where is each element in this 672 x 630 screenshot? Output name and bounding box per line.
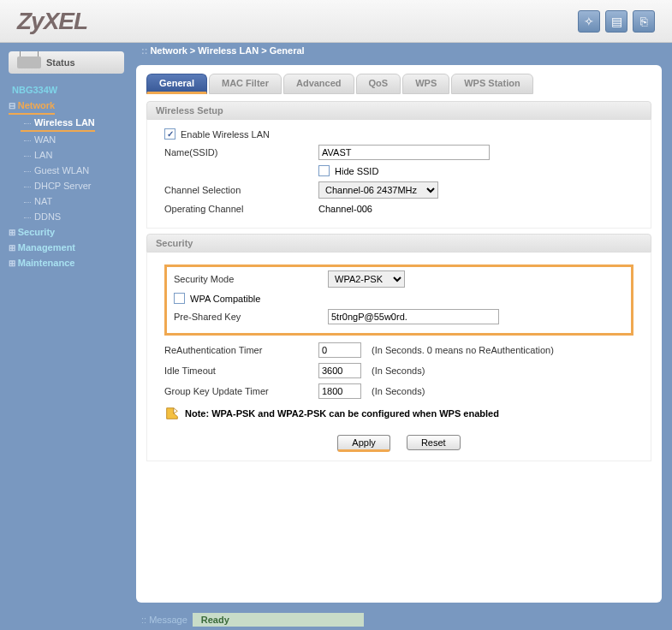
tab-wps[interactable]: WPS xyxy=(402,74,449,94)
enable-wlan-label: Enable Wireless LAN xyxy=(181,129,270,140)
section-security-header: Security xyxy=(146,234,651,253)
logout-icon[interactable]: ⎘ xyxy=(633,10,655,33)
sidebar-item-ddns[interactable]: DDNS xyxy=(21,209,124,224)
tab-mac-filter[interactable]: MAC Filter xyxy=(209,74,282,94)
note-icon xyxy=(164,406,180,421)
sidebar-section-management[interactable]: Management xyxy=(9,240,124,255)
security-mode-select[interactable]: WPA2-PSK xyxy=(328,270,405,288)
header-icons: ✧ ▤ ⎘ xyxy=(578,10,655,33)
status-label: Status xyxy=(46,57,75,68)
footer-label: Message xyxy=(141,615,187,625)
router-icon xyxy=(17,56,41,68)
sidebar-item-wireless-lan[interactable]: Wireless LAN xyxy=(21,115,95,132)
header: ZyXEL ✧ ▤ ⎘ xyxy=(0,0,672,43)
wpa-compat-label: WPA Compatible xyxy=(190,294,260,304)
idle-hint: (In Seconds) xyxy=(372,366,425,376)
doc-icon[interactable]: ▤ xyxy=(605,10,627,33)
hide-ssid-checkbox[interactable] xyxy=(318,165,330,176)
breadcrumb: Network > Wireless LAN > General xyxy=(133,43,672,58)
tab-wps-station[interactable]: WPS Station xyxy=(451,74,532,94)
sidebar-item-guest-wlan[interactable]: Guest WLAN xyxy=(21,163,124,178)
sidebar-section-network[interactable]: Network xyxy=(9,98,55,115)
psk-label: Pre-Shared Key xyxy=(174,312,328,322)
footer: Message Ready xyxy=(133,609,672,630)
footer-message: Ready xyxy=(193,613,364,627)
status-box[interactable]: Status xyxy=(9,51,124,74)
sidebar-device[interactable]: NBG334W xyxy=(9,82,124,98)
section-wireless-setup-body: Enable Wireless LAN Name(SSID) Hide SSID xyxy=(146,120,651,229)
apply-button[interactable]: Apply xyxy=(337,435,390,452)
tab-general[interactable]: General xyxy=(146,74,207,94)
main: Network > Wireless LAN > General General… xyxy=(133,43,672,630)
note-row: Note: WPA-PSK and WPA2-PSK can be config… xyxy=(164,406,633,421)
sidebar-item-dhcp[interactable]: DHCP Server xyxy=(21,178,124,193)
reauth-label: ReAuthentication Timer xyxy=(164,345,318,355)
ssid-input[interactable] xyxy=(318,145,490,160)
hide-ssid-label: Hide SSID xyxy=(335,166,378,176)
section-wireless-setup-header: Wireless Setup xyxy=(146,101,651,120)
reauth-hint: (In Seconds. 0 means no ReAuthentication… xyxy=(372,345,554,355)
tab-qos[interactable]: QoS xyxy=(356,74,401,94)
reauth-input[interactable] xyxy=(318,342,361,358)
wizard-icon[interactable]: ✧ xyxy=(578,10,600,33)
groupkey-input[interactable] xyxy=(318,383,361,399)
channel-select[interactable]: Channel-06 2437MHz xyxy=(318,181,438,199)
tabs: General MAC Filter Advanced QoS WPS WPS … xyxy=(146,74,651,94)
sidebar: Status NBG334W Network Wireless LAN WAN … xyxy=(0,43,133,630)
security-mode-label: Security Mode xyxy=(174,274,328,284)
tab-advanced[interactable]: Advanced xyxy=(283,74,354,94)
sidebar-section-maintenance[interactable]: Maintenance xyxy=(9,255,124,270)
enable-wlan-checkbox[interactable] xyxy=(164,128,175,140)
sidebar-item-wan[interactable]: WAN xyxy=(21,132,124,147)
groupkey-hint: (In Seconds) xyxy=(372,386,425,396)
sidebar-item-nat[interactable]: NAT xyxy=(21,193,124,209)
op-channel-value: Channel-006 xyxy=(318,204,372,214)
ssid-label: Name(SSID) xyxy=(164,147,318,158)
sidebar-network-sub: Wireless LAN WAN LAN Guest WLAN DHCP Ser… xyxy=(9,115,124,224)
sidebar-section-security[interactable]: Security xyxy=(9,224,124,240)
reset-button[interactable]: Reset xyxy=(407,435,461,450)
groupkey-label: Group Key Update Timer xyxy=(164,386,318,396)
idle-label: Idle Timeout xyxy=(164,366,318,376)
psk-input[interactable] xyxy=(328,309,499,324)
note-text: Note: WPA-PSK and WPA2-PSK can be config… xyxy=(185,408,499,419)
channel-sel-label: Channel Selection xyxy=(164,185,318,195)
section-security-body: Security Mode WPA2-PSK WPA Compatible Pr… xyxy=(146,253,651,461)
sidebar-item-lan[interactable]: LAN xyxy=(21,147,124,163)
security-highlight-box: Security Mode WPA2-PSK WPA Compatible Pr… xyxy=(164,264,633,336)
button-row: Apply Reset xyxy=(164,435,633,452)
idle-input[interactable] xyxy=(318,363,361,378)
op-channel-label: Operating Channel xyxy=(164,204,318,214)
logo: ZyXEL xyxy=(17,8,87,35)
wpa-compat-checkbox[interactable] xyxy=(174,293,185,304)
